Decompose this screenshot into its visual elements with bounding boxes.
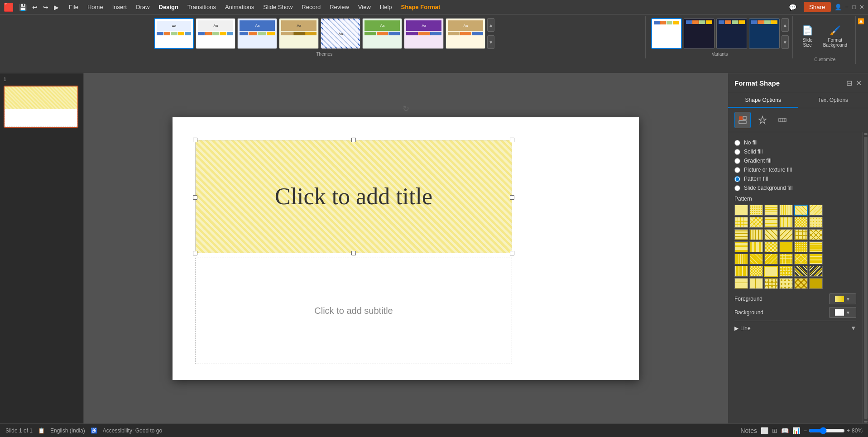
pattern-cell-12[interactable]: [734, 229, 748, 240]
collapse-ribbon-button[interactable]: 🔼: [858, 18, 864, 24]
panel-resize-icon[interactable]: ⊟: [846, 79, 852, 87]
pattern-cell-19[interactable]: [749, 241, 763, 252]
panel-scrollbar[interactable]: [863, 132, 868, 423]
scroll-down-button[interactable]: ▼: [487, 35, 494, 49]
slide-sorter-button[interactable]: ⊞: [772, 427, 777, 434]
pattern-cell-0[interactable]: [734, 205, 748, 216]
pattern-cell-28[interactable]: [794, 254, 808, 264]
foreground-color-picker[interactable]: ▼: [829, 293, 856, 304]
variant-3[interactable]: [716, 18, 747, 49]
rotation-handle[interactable]: ↻: [403, 104, 409, 114]
title-text-box[interactable]: Click to add title: [195, 140, 512, 253]
theme-3[interactable]: Aa: [237, 18, 277, 49]
handle-bc[interactable]: [351, 251, 356, 255]
panel-close-icon[interactable]: ✕: [856, 79, 862, 87]
menu-help[interactable]: Help: [375, 2, 397, 12]
pattern-cell-21[interactable]: [779, 241, 793, 252]
handle-tl[interactable]: [193, 138, 197, 142]
menu-slideshow[interactable]: Slide Show: [259, 2, 297, 12]
pattern-cell-16[interactable]: [794, 229, 808, 240]
fill-option-none[interactable]: No fill: [734, 139, 856, 146]
theme-2[interactable]: Aa: [196, 18, 235, 49]
variants-scroll[interactable]: ▲ ▼: [782, 18, 789, 49]
zoom-in-button[interactable]: +: [847, 427, 850, 434]
fill-option-pattern[interactable]: Pattern fill: [734, 176, 856, 182]
pattern-cell-38[interactable]: [764, 278, 778, 289]
pattern-cell-13[interactable]: [749, 229, 763, 240]
variant-4[interactable]: [749, 18, 780, 49]
pattern-cell-23[interactable]: [809, 241, 823, 252]
pattern-cell-30[interactable]: [734, 266, 748, 277]
variants-scroll-down[interactable]: ▼: [782, 35, 789, 49]
slide-canvas[interactable]: ↻ Click to add title Click to add su: [173, 117, 639, 380]
pattern-cell-22[interactable]: [794, 241, 808, 252]
theme-1[interactable]: Aa: [154, 18, 194, 49]
fill-option-solid[interactable]: Solid fill: [734, 149, 856, 155]
variant-1[interactable]: [651, 18, 682, 49]
scroll-thumb-up[interactable]: [864, 133, 868, 135]
canvas-area[interactable]: ↻ Click to add title Click to add su: [84, 73, 728, 423]
menu-design[interactable]: Design: [154, 2, 183, 12]
menu-insert[interactable]: Insert: [108, 2, 132, 12]
pattern-cell-32[interactable]: [764, 266, 778, 277]
pattern-cell-33[interactable]: [779, 266, 793, 277]
pattern-cell-31[interactable]: [749, 266, 763, 277]
menu-transitions[interactable]: Transitions: [183, 2, 221, 12]
handle-br[interactable]: [510, 251, 514, 255]
zoom-out-button[interactable]: −: [804, 427, 807, 434]
menu-record[interactable]: Record: [297, 2, 325, 12]
account-button[interactable]: 👤: [834, 4, 842, 10]
menu-home[interactable]: Home: [83, 2, 108, 12]
pattern-cell-6[interactable]: [734, 217, 748, 228]
pattern-cell-34[interactable]: [794, 266, 808, 277]
fill-solid-radio[interactable]: [734, 149, 740, 155]
themes-scroll[interactable]: ▲ ▼: [487, 18, 494, 49]
theme-5[interactable]: Aa: [321, 18, 360, 49]
format-background-button[interactable]: 🖌️ FormatBackground: [819, 21, 852, 52]
pattern-cell-8[interactable]: [764, 217, 778, 228]
pattern-cell-26[interactable]: [764, 254, 778, 264]
pattern-cell-4[interactable]: [794, 205, 808, 216]
presenter-view-button[interactable]: 📊: [792, 427, 800, 434]
pattern-cell-5[interactable]: [809, 205, 823, 216]
slide-thumbnail[interactable]: [4, 86, 78, 128]
pattern-cell-18[interactable]: [734, 241, 748, 252]
line-section[interactable]: ▶ Line ▼: [734, 321, 856, 335]
normal-view-button[interactable]: ⬜: [761, 427, 768, 434]
fill-picture-radio[interactable]: [734, 167, 740, 173]
variants-scroll-up[interactable]: ▲: [782, 18, 789, 32]
pattern-cell-7[interactable]: [749, 217, 763, 228]
scroll-up-button[interactable]: ▲: [487, 18, 494, 32]
pattern-cell-20[interactable]: [764, 241, 778, 252]
pattern-cell-25[interactable]: [749, 254, 763, 264]
pattern-cell-27[interactable]: [779, 254, 793, 264]
fill-option-slide-bg[interactable]: Slide background fill: [734, 185, 856, 191]
pattern-cell-9[interactable]: [779, 217, 793, 228]
title-placeholder[interactable]: Click to add title: [275, 183, 432, 210]
pattern-cell-17[interactable]: [809, 229, 823, 240]
pattern-cell-10[interactable]: [794, 217, 808, 228]
fill-pattern-radio[interactable]: [734, 176, 740, 182]
menu-shape-format[interactable]: Shape Format: [397, 2, 445, 12]
theme-4[interactable]: Aa: [279, 18, 319, 49]
pattern-cell-14[interactable]: [764, 229, 778, 240]
theme-6[interactable]: Aa: [362, 18, 402, 49]
title-text-box-container[interactable]: Click to add title: [195, 140, 512, 253]
fill-none-radio[interactable]: [734, 140, 740, 146]
pattern-cell-24[interactable]: [734, 254, 748, 264]
minimize-button[interactable]: −: [845, 4, 849, 10]
theme-7[interactable]: Aa: [404, 18, 444, 49]
pattern-cell-2[interactable]: [764, 205, 778, 216]
zoom-slider[interactable]: [809, 427, 845, 434]
menu-review[interactable]: Review: [325, 2, 354, 12]
tab-shape-options[interactable]: Shape Options: [728, 93, 798, 108]
pattern-cell-40[interactable]: [794, 278, 808, 289]
save-button[interactable]: 💾: [17, 3, 29, 12]
subtitle-text-box[interactable]: Click to add subtitle: [195, 258, 512, 364]
comments-button[interactable]: 💬: [789, 4, 796, 11]
notes-button[interactable]: Notes: [740, 427, 757, 434]
undo-button[interactable]: ↩: [30, 3, 39, 12]
scroll-thumb-down[interactable]: [864, 421, 868, 423]
menu-file[interactable]: File: [64, 2, 83, 12]
tab-text-options[interactable]: Text Options: [798, 93, 868, 108]
